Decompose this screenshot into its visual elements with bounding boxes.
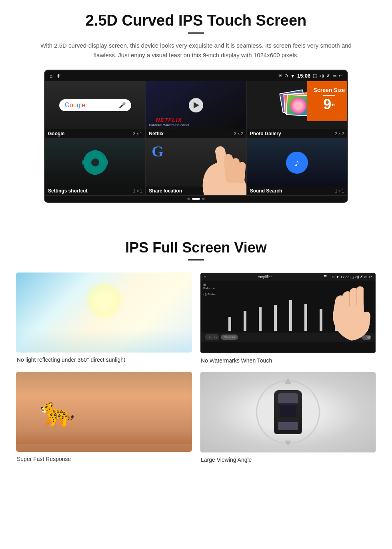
sound-label-row: Sound Search 1 × 1 <box>247 186 347 195</box>
eq-bar-500hz <box>268 284 282 331</box>
amp-fader-label: ◁) Fader <box>203 293 218 296</box>
hand-touch-svg <box>327 285 375 341</box>
wifi-icon: ▼ <box>290 74 295 78</box>
window-icon[interactable]: ▭ <box>332 73 336 78</box>
amplifier-caption: No Watermarks When Touch <box>200 357 376 364</box>
amp-body: ⊞ Balance ◁) Fader <box>201 281 375 333</box>
app-cell-settings[interactable]: Settings shortcut 1 × 1 <box>45 138 146 195</box>
netflix-subtitle: Continue Marvel's Daredevil <box>149 123 189 127</box>
car-image-placeholder <box>200 372 376 453</box>
back-icon[interactable]: ↩ <box>339 73 342 78</box>
section-curved-screen: 2.5D Curved IPS Touch Screen With 2.5D c… <box>0 0 392 211</box>
gear-tooth-top <box>93 150 97 154</box>
gear-icon <box>85 152 105 172</box>
card-car: Large Viewing Angle <box>200 372 376 463</box>
eq-bar-1k <box>283 284 298 331</box>
netflix-app-inner: NETFLIX Continue Marvel's Daredevil <box>146 81 246 129</box>
netflix-app-size: 3 × 2 <box>234 132 243 136</box>
app-cell-netflix[interactable]: NETFLIX Continue Marvel's Daredevil Netf… <box>146 81 246 138</box>
google-logo: Google <box>65 102 86 109</box>
amp-custom-label: Custom <box>221 335 238 340</box>
mic-icon[interactable]: 🎤 <box>119 102 126 108</box>
google-app-inner: Google 🎤 <box>45 81 145 129</box>
settings-app-inner <box>45 138 145 186</box>
gear-inner-hole <box>91 158 99 166</box>
app-cell-sound-search[interactable]: ♪ Sound Search 1 × 1 <box>247 138 347 195</box>
image-grid: No light reflecting under 360° direct su… <box>16 272 376 463</box>
amp-sidebar: ⊞ Balance ◁) Fader <box>201 281 221 333</box>
section1-description: With 2.5D curved-display screen, this de… <box>32 41 360 60</box>
share-app-name: Share location <box>149 188 182 194</box>
amp-balance-label: ⊞ Balance <box>203 283 218 290</box>
eq-bar-60hz <box>222 284 237 331</box>
close-icon[interactable]: ✗ <box>326 73 330 78</box>
sound-app-size: 1 × 1 <box>335 189 344 193</box>
cheetah-image-placeholder: 🐆 <box>16 372 192 452</box>
arrow-bottom <box>285 441 291 446</box>
photo-app-inner: Screen Size 9" <box>247 81 347 129</box>
car-roof <box>277 405 299 421</box>
cheetah-image: 🐆 <box>16 372 192 452</box>
navigation-dots <box>45 196 347 202</box>
eq-bar-100hz <box>238 284 252 331</box>
google-search-bar[interactable]: Google 🎤 <box>59 99 131 111</box>
netflix-play-button[interactable] <box>189 98 203 112</box>
g-letter-red: o <box>70 102 73 108</box>
photo-app-name: Photo Gallery <box>250 131 281 136</box>
gear-body <box>85 152 105 172</box>
settings-app-size: 1 × 1 <box>133 189 142 193</box>
section-divider <box>16 219 376 219</box>
flower-image <box>290 97 307 114</box>
status-bar: ⌂ Ψ ✳ ⊙ ▼ 15:06 ⬚ ◁) ✗ ▭ ↩ <box>45 70 347 81</box>
status-right-icons: ✳ ⊙ ▼ 15:06 ⬚ ◁) ✗ ▭ ↩ <box>278 73 342 79</box>
nav-dot-2-active[interactable] <box>192 198 200 200</box>
arrow-top <box>285 378 291 384</box>
photo-app-size: 2 × 2 <box>335 132 344 136</box>
section-ips-fullscreen: IPS Full Screen View No light reflecting… <box>0 227 392 479</box>
badge-inch-symbol: " <box>331 102 335 111</box>
badge-underline <box>323 95 335 96</box>
eq-bar-200hz <box>253 284 267 331</box>
nav-dot-1[interactable] <box>187 198 190 200</box>
home-icon[interactable]: ⌂ <box>50 73 52 79</box>
netflix-logo-area: NETFLIX Continue Marvel's Daredevil <box>149 117 189 127</box>
section2-title: IPS Full Screen View <box>16 239 376 256</box>
amp-eq-area <box>221 281 375 333</box>
music-note-button[interactable]: ♪ <box>286 152 308 174</box>
volume-icon[interactable]: ◁) <box>319 73 324 78</box>
settings-label-row: Settings shortcut 1 × 1 <box>45 186 145 195</box>
hand-touch-overlay <box>327 285 375 333</box>
car-image <box>200 372 376 452</box>
cheetah-caption: Super Fast Response <box>16 456 192 462</box>
app-cell-share-location[interactable]: G Share loca <box>146 138 246 195</box>
play-triangle-icon <box>194 102 199 108</box>
card-sunlight: No light reflecting under 360° direct su… <box>16 272 192 364</box>
bluetooth-icon: ✳ <box>278 73 282 78</box>
app-row-2: Settings shortcut 1 × 1 G <box>45 138 347 196</box>
badge-size: 9" <box>323 97 335 112</box>
car-top-view <box>274 390 302 434</box>
status-left-icons: ⌂ Ψ <box>50 73 60 79</box>
amp-custom-btn[interactable]: 〈• 〈• Custom <box>205 334 238 340</box>
sky-gradient <box>16 329 192 353</box>
nav-dot-3[interactable] <box>202 198 205 200</box>
share-app-inner: G <box>146 138 246 186</box>
app-row-1: Google 🎤 Google 3 × 1 <box>45 81 347 138</box>
app-cell-photo-gallery[interactable]: Screen Size 9" Photo <box>247 81 347 138</box>
gear-tooth-right <box>104 160 108 164</box>
app-cell-google[interactable]: Google 🎤 Google 3 × 1 <box>45 81 146 138</box>
cheetah-emoji: 🐆 <box>40 395 75 428</box>
amplifier-image: ⌂ Amplifier ☰ · · ⊙ ▼ 17:33 ⬚ ◁) ✗ ▭ ↩ ⊞… <box>200 273 376 353</box>
screen-size-badge: Screen Size 9" <box>307 81 347 121</box>
camera-icon[interactable]: ⬚ <box>313 73 317 78</box>
eq-bar-10k <box>314 284 328 331</box>
section2-underline <box>188 259 204 260</box>
google-label-row: Google 3 × 1 <box>45 129 145 138</box>
g-letter-blue: G <box>65 102 70 108</box>
photo-label-row: Photo Gallery 2 × 2 <box>247 129 347 138</box>
usb-icon: Ψ <box>56 73 60 79</box>
amp-title: Amplifier <box>258 275 272 279</box>
hand-svg <box>178 138 247 195</box>
status-time: 15:06 <box>297 73 310 79</box>
amp-header: ⌂ Amplifier ☰ · · ⊙ ▼ 17:33 ⬚ ◁) ✗ ▭ ↩ <box>201 273 375 281</box>
